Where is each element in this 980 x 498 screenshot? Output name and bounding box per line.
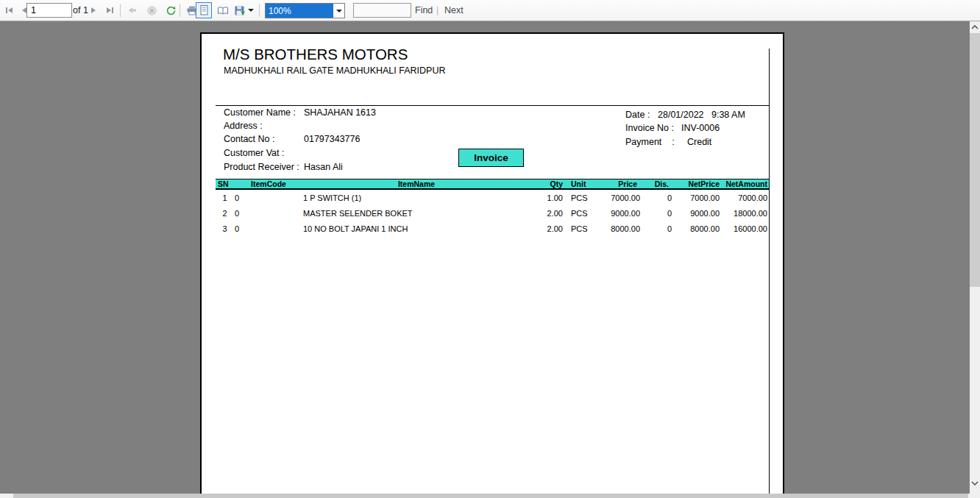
- toolbar-separator: [259, 4, 260, 17]
- cell-itemname: MASTER SELENDER BOKET: [303, 209, 530, 218]
- find-button[interactable]: Find: [415, 0, 433, 21]
- col-header-netprice: NetPrice: [672, 179, 720, 188]
- print-layout-button[interactable]: [196, 2, 212, 18]
- cell-netamount: 18000.00: [720, 209, 769, 218]
- scroll-up-button[interactable]: [970, 21, 980, 32]
- col-header-itemcode: ItemCode: [234, 179, 303, 188]
- horizontal-scroll-thumb[interactable]: [13, 494, 968, 498]
- chevron-down-icon: [336, 10, 342, 13]
- cell-dis: 0: [640, 193, 672, 202]
- address-label: Address :: [224, 121, 263, 131]
- cell-sn: 2: [216, 209, 234, 218]
- export-save-icon: [234, 5, 254, 16]
- contact-no-value: 01797343776: [304, 134, 360, 144]
- cell-itemcode: 0: [234, 209, 303, 218]
- last-page-button[interactable]: [102, 2, 118, 18]
- contact-no-label: Contact No :: [224, 134, 274, 144]
- cell-qty: 1.00: [530, 193, 563, 202]
- cell-itemcode: 0: [234, 224, 303, 233]
- customer-name-value: SHAJAHAN 1613: [304, 107, 376, 118]
- col-header-netamount: NetAmount: [720, 179, 769, 188]
- col-header-dis: Dis.: [640, 179, 672, 188]
- cell-qty: 2.00: [530, 224, 563, 233]
- refresh-button[interactable]: [163, 2, 179, 18]
- page-number-input[interactable]: [26, 3, 72, 18]
- vertical-scrollbar[interactable]: [970, 21, 980, 498]
- find-next-button[interactable]: Next: [444, 0, 464, 21]
- company-name: M/S BROTHERS MOTORS: [223, 46, 408, 63]
- cell-sn: 1: [216, 193, 234, 202]
- table-row: 2 0 MASTER SELENDER BOKET 2.00 PCS 9000.…: [216, 207, 769, 218]
- header-divider-line: [216, 105, 769, 106]
- customer-vat-row: Customer Vat :: [202, 148, 614, 159]
- contact-no-row: Contact No : 01797343776: [202, 134, 614, 145]
- table-row: 1 0 1 P SWITCH (1) 1.00 PCS 7000.00 0 70…: [216, 192, 769, 203]
- cell-itemcode: 0: [234, 193, 303, 202]
- page-setup-button[interactable]: [215, 2, 231, 18]
- product-receiver-label: Product Receiver :: [224, 162, 299, 172]
- cell-netprice: 9000.00: [672, 209, 720, 218]
- product-receiver-value: Hasan Ali: [304, 162, 343, 172]
- customer-vat-label: Customer Vat :: [224, 148, 284, 158]
- invoice-no-label: Invoice No :: [625, 123, 674, 133]
- first-page-button[interactable]: [1, 2, 18, 18]
- cell-netamount: 7000.00: [720, 193, 769, 202]
- page-setup-icon: [217, 5, 229, 16]
- col-header-price: Price: [592, 179, 640, 188]
- cell-price: 8000.00: [592, 224, 640, 233]
- find-text-input[interactable]: [353, 3, 411, 18]
- cell-netamount: 16000.00: [720, 224, 769, 233]
- date-value: 28/01/2022 9:38 AM: [658, 110, 745, 120]
- export-button[interactable]: [231, 2, 256, 18]
- zoom-select[interactable]: 100%: [265, 3, 345, 18]
- customer-name-row: Customer Name : SHAJAHAN 1613: [202, 107, 614, 118]
- cell-itemname: 1 P SWITCH (1): [303, 193, 530, 202]
- report-viewer-toolbar: of 1: [0, 0, 980, 21]
- cell-dis: 0: [640, 209, 672, 218]
- find-next-separator: |: [436, 0, 438, 21]
- cell-netprice: 7000.00: [672, 193, 720, 202]
- invoice-type-badge: Invoice: [458, 149, 524, 167]
- cell-sn: 3: [216, 224, 234, 233]
- next-page-button[interactable]: [85, 2, 102, 18]
- export-dropdown-caret-icon: [248, 9, 254, 12]
- payment-row: Payment : Credit: [625, 137, 773, 148]
- horizontal-scrollbar[interactable]: [0, 494, 970, 498]
- cell-price: 9000.00: [592, 209, 640, 218]
- col-header-sn: SN: [216, 179, 234, 188]
- next-page-icon: [88, 5, 99, 15]
- zoom-dropdown-button[interactable]: [333, 4, 344, 18]
- invoice-page: M/S BROTHERS MOTORS MADHUKHALI RAIL GATE…: [200, 32, 784, 494]
- cell-qty: 2.00: [530, 209, 563, 218]
- payment-value: Credit: [687, 137, 711, 147]
- date-label: Date :: [625, 110, 650, 120]
- address-row: Address :: [202, 121, 614, 132]
- refresh-icon: [166, 5, 177, 16]
- payment-label: Payment :: [625, 137, 675, 147]
- stop-rendering-button[interactable]: [143, 2, 160, 18]
- zoom-value: 100%: [266, 4, 333, 18]
- cell-dis: 0: [640, 224, 672, 233]
- vertical-scroll-thumb[interactable]: [970, 33, 980, 287]
- stop-icon: [146, 5, 157, 16]
- cell-itemname: 10 NO BOLT JAPANI 1 INCH: [303, 224, 530, 233]
- scroll-down-button[interactable]: [970, 477, 980, 488]
- table-row: 3 0 10 NO BOLT JAPANI 1 INCH 2.00 PCS 80…: [216, 223, 769, 234]
- cell-unit: PCS: [563, 193, 592, 202]
- last-page-icon: [104, 5, 115, 15]
- cell-netprice: 8000.00: [672, 224, 720, 233]
- chevron-up-icon: [971, 25, 979, 29]
- first-page-icon: [4, 5, 15, 15]
- items-table-header: SN ItemCode ItemName Qty Unit Price Dis.…: [216, 179, 769, 190]
- chevron-down-icon: [971, 481, 979, 485]
- invoice-no-value: INV-0006: [681, 123, 720, 133]
- report-viewer-canvas: M/S BROTHERS MOTORS MADHUKHALI RAIL GATE…: [0, 21, 970, 494]
- invoice-no-row: Invoice No : INV-0006: [625, 123, 773, 134]
- cell-unit: PCS: [563, 224, 592, 233]
- toolbar-separator: [180, 4, 180, 17]
- back-arrow-icon: [127, 5, 138, 15]
- company-address: MADHUKHALI RAIL GATE MADHUKHALI FARIDPUR: [224, 65, 445, 76]
- back-to-parent-button[interactable]: [124, 2, 141, 18]
- toolbar-separator: [120, 4, 121, 17]
- product-receiver-row: Product Receiver : Hasan Ali: [202, 162, 614, 173]
